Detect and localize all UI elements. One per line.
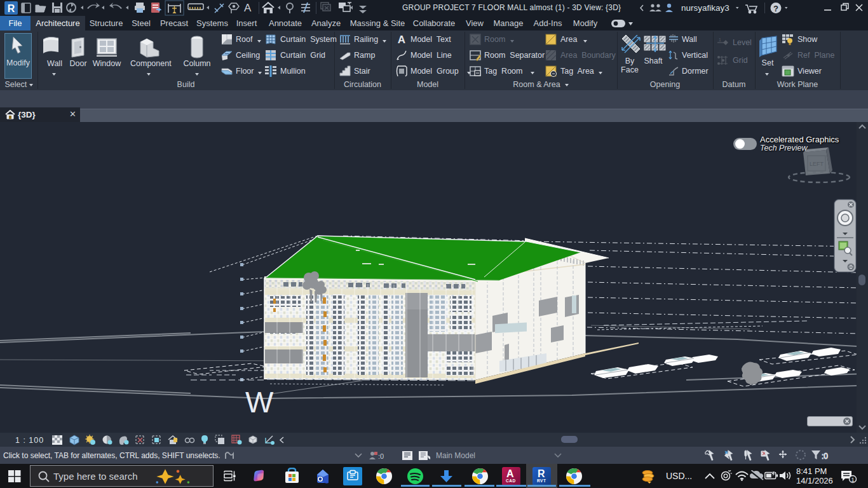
svg-text:A: A [398,34,405,45]
svg-text:?: ? [773,4,778,13]
svg-text:W: W [245,385,274,419]
svg-text:1: 1 [851,477,854,483]
svg-text:R: R [8,3,15,14]
svg-text:nursyafikay3: nursyafikay3 [681,3,729,13]
svg-text:LEFT: LEFT [810,161,824,167]
svg-text::0: :0 [378,452,384,460]
svg-text:1: 1 [719,37,721,42]
svg-text::0: :0 [822,452,828,461]
svg-text:A: A [244,2,252,14]
